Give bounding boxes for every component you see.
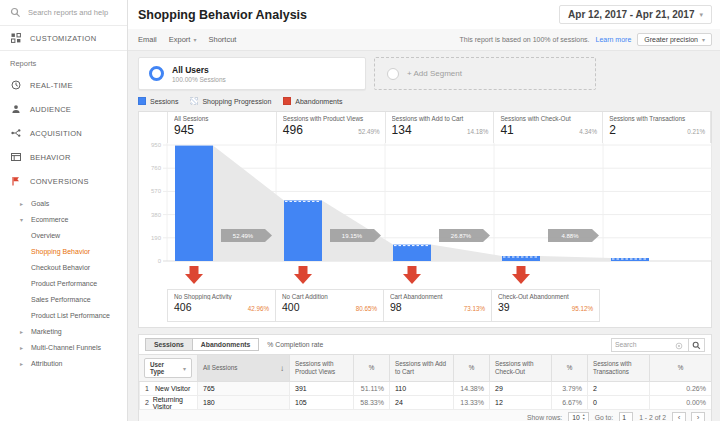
show-rows-select[interactable]: 10 ▴▾ — [568, 412, 588, 421]
goto-page-input[interactable] — [619, 412, 633, 421]
abandonment-percent: 73.13% — [464, 305, 485, 313]
acquisition-icon — [10, 128, 21, 138]
row-name[interactable]: New Visitor — [155, 385, 190, 392]
column-header-all-sessions[interactable]: All Sessions↓ — [197, 355, 289, 382]
add-segment-button[interactable]: + Add Segment — [374, 57, 596, 90]
column-header-sessions-with-product-views[interactable]: Sessions with Product Views — [289, 355, 353, 382]
column-header-user-type[interactable]: User Type▾ — [139, 355, 197, 382]
stage-percent: 14.18% — [467, 128, 488, 137]
svg-text:4.88%: 4.88% — [561, 233, 579, 239]
customization-icon — [10, 33, 21, 43]
export-label: Export — [169, 35, 191, 44]
sidebar-search-input[interactable] — [28, 8, 125, 17]
column-label: % — [469, 364, 475, 372]
sidebar-item-goals[interactable]: ▸Goals — [0, 195, 127, 211]
column-header-sessions-with-transactions[interactable]: Sessions with Transactions — [587, 355, 649, 382]
column-header-percent-7[interactable]: % — [551, 355, 587, 382]
sort-descending-icon: ↓ — [280, 364, 284, 373]
column-header-percent-5[interactable]: % — [453, 355, 489, 382]
svg-text:760: 760 — [151, 165, 162, 171]
stepper-icon: ▴▾ — [583, 414, 585, 421]
stage-label: Sessions with Product Views — [283, 115, 380, 122]
sidebar: CUSTOMIZATION Reports REAL-TIMEAUDIENCEA… — [0, 0, 128, 421]
table-footer: Show rows: 10 ▴▾ Go to: 1 - 2 of 2 ‹ › — [139, 410, 711, 421]
table-search-input[interactable] — [615, 341, 675, 348]
stage-label: Sessions with Check-Out — [500, 115, 597, 122]
column-header-sessions-with-check-out[interactable]: Sessions with Check-Out — [489, 355, 551, 382]
sampling-note: This report is based on 100% of sessions… — [460, 36, 590, 43]
stage-value: 41 — [500, 123, 513, 137]
table-row-dimension: 2Returning Visitor — [139, 396, 197, 410]
completion-rate-link[interactable]: % Completion rate — [267, 341, 323, 348]
svg-text:950: 950 — [151, 143, 162, 148]
table-tabs: SessionsAbandonments — [145, 338, 259, 351]
sidebar-item-multi-channel-funnels[interactable]: ▸Multi-Channel Funnels — [0, 339, 127, 355]
search-submit-button[interactable] — [689, 338, 705, 352]
sidebar-item-attribution[interactable]: ▸Attribution — [0, 355, 127, 371]
tab-abandonments[interactable]: Abandonments — [192, 338, 259, 351]
funnel-stage-sessions-with-check-out: Sessions with Check-Out414.34% — [493, 112, 602, 143]
sidebar-item-checkout-behavior[interactable]: Checkout Behavior — [0, 259, 127, 275]
abandonment-check-out-abandonment: Check-Out Abandonment3995.12% — [491, 289, 600, 322]
sidebar-item-ecommerce[interactable]: ▾Ecommerce — [0, 211, 127, 227]
column-label: Sessions with Transactions — [593, 360, 644, 376]
page-title: Shopping Behavior Analysis — [138, 8, 307, 22]
funnel-card: All Sessions945Sessions with Product Vie… — [138, 111, 712, 328]
chevron-down-icon: ▾ — [20, 216, 26, 223]
funnel-stage-sessions-with-add-to-cart: Sessions with Add to Cart13414.18% — [385, 112, 494, 143]
shortcut-button[interactable]: Shortcut — [208, 35, 236, 44]
export-button[interactable]: Export ▾ — [169, 35, 197, 44]
sidebar-item-label: Multi-Channel Funnels — [31, 344, 101, 351]
table-cell: 12 — [489, 396, 551, 410]
sidebar-item-shopping-behavior[interactable]: Shopping Behavior — [0, 243, 127, 259]
svg-text:380: 380 — [151, 212, 162, 218]
chevron-down-icon: ▾ — [699, 11, 703, 19]
sidebar-item-product-list-performance[interactable]: Product List Performance — [0, 307, 127, 323]
precision-dropdown[interactable]: Greater precision ▾ — [637, 33, 712, 46]
sidebar-search[interactable] — [0, 0, 127, 26]
advanced-search-icon[interactable] — [675, 336, 683, 354]
learn-more-link[interactable]: Learn more — [595, 36, 631, 43]
table-cell: 105 — [289, 396, 353, 410]
sidebar-item-marketing[interactable]: ▸Marketing — [0, 323, 127, 339]
column-label: % — [567, 364, 573, 372]
sidebar-item-overview[interactable]: Overview — [0, 227, 127, 243]
table-search-box[interactable] — [611, 338, 689, 352]
legend-item-sessions: Sessions — [138, 97, 178, 105]
abandonment-label: No Shopping Activity — [174, 293, 269, 300]
column-label: Sessions with Add to Cart — [395, 360, 448, 376]
abandonment-value: 400 — [282, 301, 300, 313]
sidebar-item-acquisition[interactable]: ACQUISITION — [0, 121, 127, 145]
sidebar-item-behavior[interactable]: BEHAVIOR — [0, 145, 127, 169]
column-header-sessions-with-add-to-cart[interactable]: Sessions with Add to Cart — [389, 355, 453, 382]
column-header-percent-3[interactable]: % — [353, 355, 389, 382]
prev-page-button[interactable]: ‹ — [672, 412, 686, 421]
dimension-selector[interactable]: User Type▾ — [144, 358, 192, 378]
svg-text:190: 190 — [151, 235, 162, 241]
email-button[interactable]: Email — [138, 35, 157, 44]
sidebar-item-conversions[interactable]: CONVERSIONS — [0, 169, 127, 193]
row-name[interactable]: Returning Visitor — [153, 396, 192, 410]
abandonment-percent: 42.96% — [248, 305, 269, 313]
tab-sessions[interactable]: Sessions — [145, 338, 193, 351]
sidebar-item-product-performance[interactable]: Product Performance — [0, 275, 127, 291]
segment-all-users[interactable]: All Users 100.00% Sessions — [138, 57, 366, 90]
stage-value: 134 — [392, 123, 412, 137]
add-segment-circle-icon — [387, 68, 399, 80]
sidebar-item-customization[interactable]: CUSTOMIZATION — [0, 26, 127, 51]
row-index: 1 — [145, 385, 155, 392]
funnel-headers: All Sessions945Sessions with Product Vie… — [139, 112, 711, 143]
table-cell: 0.26% — [649, 382, 711, 396]
sidebar-item-sales-performance[interactable]: Sales Performance — [0, 291, 127, 307]
next-page-button[interactable]: › — [691, 412, 705, 421]
sidebar-item-real-time[interactable]: REAL-TIME — [0, 73, 127, 97]
report-content: All Users 100.00% Sessions + Add Segment… — [128, 51, 720, 421]
table-cell: 51.11% — [353, 382, 389, 396]
stage-label: Sessions with Transactions — [609, 115, 705, 122]
chevron-right-icon: ▸ — [20, 200, 26, 207]
date-range-selector[interactable]: Apr 12, 2017 - Apr 21, 2017 ▾ — [559, 5, 712, 24]
person-icon — [10, 104, 21, 114]
chevron-right-icon: ▸ — [20, 344, 26, 351]
column-header-percent-9[interactable]: % — [649, 355, 711, 382]
sidebar-item-audience[interactable]: AUDIENCE — [0, 97, 127, 121]
